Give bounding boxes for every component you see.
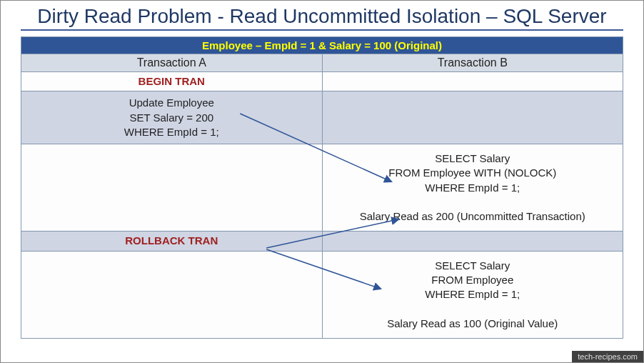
diagram-table: Employee – EmpId = 1 & Salary = 100 (Ori… xyxy=(21,36,623,339)
r5-b: SELECT SalaryFROM EmployeeWHERE EmpId = … xyxy=(322,251,623,338)
footer-credit: tech-recipes.com xyxy=(572,351,643,362)
r3-a xyxy=(21,144,323,232)
r5-a xyxy=(21,251,323,338)
r1-a: BEGIN TRAN xyxy=(21,72,323,91)
r2-a: Update EmployeeSET Salary = 200WHERE Emp… xyxy=(21,91,323,144)
r4-b xyxy=(322,232,623,251)
r1-b xyxy=(322,72,623,91)
rollback-tran: ROLLBACK TRAN xyxy=(125,234,218,247)
col-a-header: Transaction A xyxy=(21,54,323,72)
r3-b: SELECT SalaryFROM Employee WITH (NOLOCK)… xyxy=(322,144,623,232)
r4-a: ROLLBACK TRAN xyxy=(21,232,323,251)
col-b-header: Transaction B xyxy=(322,54,623,72)
r2-b xyxy=(322,91,623,144)
page-title: Dirty Read Problem - Read Uncommitted Is… xyxy=(1,1,643,29)
banner-row: Employee – EmpId = 1 & Salary = 100 (Ori… xyxy=(21,37,623,54)
begin-tran: BEGIN TRAN xyxy=(139,75,205,87)
title-underline xyxy=(21,29,623,31)
